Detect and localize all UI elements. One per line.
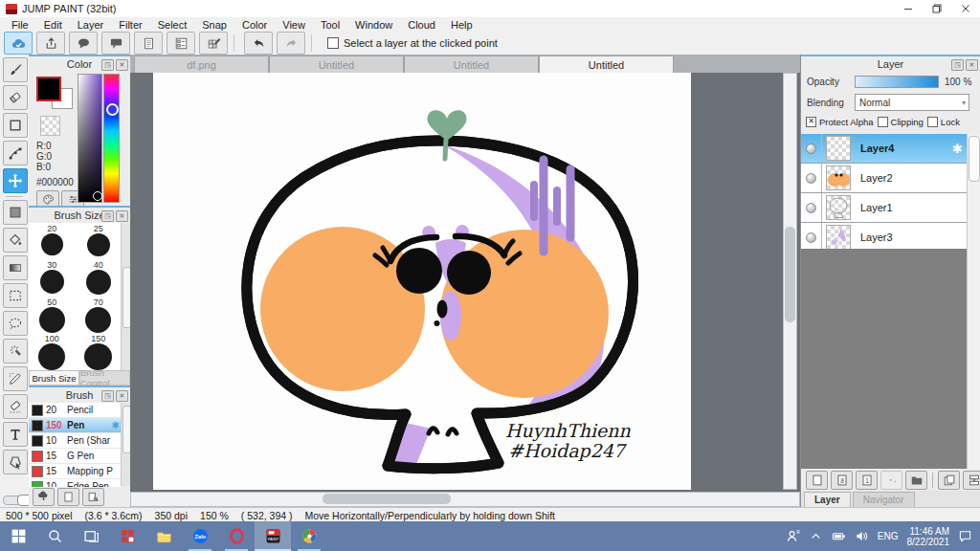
minimize-icon[interactable] [894, 0, 923, 17]
new-doc-icon[interactable] [57, 488, 79, 506]
select-layer-checkbox[interactable] [327, 37, 339, 49]
select-rect-tool[interactable] [3, 283, 28, 308]
popout-icon[interactable]: ◳ [951, 59, 964, 71]
layer-thumbnail[interactable] [826, 136, 851, 161]
language-indicator[interactable]: ENG [878, 531, 899, 541]
opacity-slider[interactable] [855, 76, 939, 88]
comment-icon[interactable] [69, 32, 98, 55]
menu-file[interactable]: File [4, 19, 36, 31]
brush-size-50[interactable]: 50 [29, 298, 76, 334]
menu-view[interactable]: View [275, 19, 313, 31]
brush-size-scrollbar[interactable] [121, 223, 130, 370]
menu-select[interactable]: Select [150, 19, 195, 31]
vertical-scrollbar[interactable] [783, 73, 797, 490]
menu-layer[interactable]: Layer [70, 19, 112, 31]
shape-brush-tool[interactable] [3, 113, 28, 138]
tab-brush-control[interactable]: Brush Control [79, 370, 130, 386]
taskbar-file-explorer-icon[interactable] [145, 521, 182, 551]
visibility-toggle-icon[interactable] [806, 173, 816, 184]
popout-icon[interactable]: ◳ [101, 59, 114, 71]
brush-size-25[interactable]: 25 [76, 224, 122, 260]
brush-item-edge-pen[interactable]: 10Edge Pen [29, 479, 122, 487]
visibility-toggle-icon[interactable] [806, 143, 816, 154]
document-tab-1[interactable]: df.png [134, 55, 269, 74]
sv-indicator[interactable] [93, 191, 102, 201]
document-tab-3[interactable]: Untitled [404, 55, 539, 74]
object-select-tool[interactable] [3, 450, 28, 474]
gradient-tool[interactable] [3, 255, 28, 280]
saturation-value-bar[interactable] [78, 74, 102, 203]
visibility-toggle-icon[interactable] [806, 232, 816, 243]
control-point-tool[interactable] [3, 141, 28, 165]
layer-row-layer2[interactable]: Layer2 [801, 164, 969, 193]
text-tool[interactable] [3, 422, 28, 447]
layer-row-layer4[interactable]: Layer4✱ [801, 134, 969, 164]
magic-wand-tool[interactable] [3, 339, 28, 364]
taskbar-start-icon[interactable] [0, 521, 36, 551]
menu-tool[interactable]: Tool [313, 19, 347, 31]
select-eraser-tool[interactable] [3, 394, 28, 419]
hue-indicator[interactable] [106, 103, 119, 116]
canvas-viewport[interactable]: HuynhThienn #Hoidap247 [130, 73, 800, 492]
layer-thumbnail[interactable] [826, 195, 851, 220]
cloud-sync-icon[interactable] [4, 32, 33, 55]
menu-cloud[interactable]: Cloud [400, 19, 443, 31]
taskbar-opera-icon[interactable] [218, 521, 255, 551]
layer-thumbnail[interactable] [826, 165, 851, 190]
chevron-up-icon[interactable] [809, 529, 823, 543]
brush-size-20[interactable]: 20 [29, 224, 76, 260]
checkbox-clipping[interactable]: Clipping [878, 117, 924, 127]
transparent-color-swatch[interactable] [40, 116, 60, 136]
brush-tool[interactable] [3, 57, 28, 82]
publish-icon[interactable] [36, 32, 65, 55]
tab-brush-size[interactable]: Brush Size [29, 370, 79, 386]
close-icon[interactable]: ✕ [966, 59, 978, 71]
popout-icon[interactable]: ◳ [101, 210, 114, 222]
add-8bit-layer-icon[interactable]: 8 [831, 471, 853, 490]
checkbox-protect-alpha[interactable]: ✕Protect Alpha [806, 117, 874, 127]
battery-icon[interactable] [832, 529, 846, 543]
notification-icon[interactable] [958, 529, 972, 543]
foreground-color-swatch[interactable] [36, 77, 61, 101]
brush-item-mapping-p[interactable]: 15Mapping P [29, 464, 122, 479]
taskbar-medibang-icon[interactable] [291, 521, 327, 551]
hue-bar[interactable] [103, 74, 120, 203]
brush-scrollbar[interactable] [121, 403, 130, 486]
cloud-dl-icon[interactable] [33, 488, 55, 506]
taskbar-zalo-icon[interactable]: Zalo [182, 521, 218, 551]
tab-layer[interactable]: Layer [804, 492, 851, 507]
material-panel-icon[interactable] [167, 32, 195, 55]
menu-help[interactable]: Help [443, 19, 480, 31]
checkbox-icon[interactable]: ✕ [806, 117, 816, 127]
brush-item-g-pen[interactable]: 15G Pen [29, 449, 122, 464]
layer-row-layer1[interactable]: Layer1 [801, 193, 969, 223]
menu-filter[interactable]: Filter [111, 19, 149, 31]
doc-menu-icon[interactable] [82, 488, 104, 506]
checkbox-lock[interactable]: Lock [927, 117, 960, 127]
redo-icon[interactable] [277, 32, 305, 55]
eraser-tool[interactable] [3, 85, 28, 110]
palette-edit-icon[interactable] [199, 32, 228, 55]
document-tab-4[interactable]: Untitled [539, 55, 674, 74]
bucket-tool[interactable] [3, 228, 28, 253]
brush-size-30[interactable]: 30 [29, 260, 76, 297]
blending-select[interactable]: Normal ▾ [855, 94, 969, 111]
taskbar-task-view-icon[interactable] [73, 521, 109, 551]
tab-navigator[interactable]: Navigator [853, 492, 915, 507]
scrollbar-handle[interactable] [969, 136, 980, 182]
taskbar-jump-paint-icon[interactable]: PAINT [255, 521, 291, 551]
brush-size-40[interactable]: 40 [76, 260, 122, 297]
clock[interactable]: 11:46 AM 8/22/2021 [907, 526, 950, 547]
brush-item-pen[interactable]: 150Pen✱ [29, 418, 122, 433]
taskbar-remote-app-icon[interactable] [109, 521, 145, 551]
horizontal-scrollbar[interactable] [130, 492, 800, 507]
document-icon[interactable] [134, 32, 163, 55]
menu-color[interactable]: Color [234, 19, 275, 31]
gear-icon[interactable]: ✱ [112, 420, 120, 430]
brush-item-pencil[interactable]: 20Pencil [29, 403, 122, 418]
people-icon[interactable]: R [786, 529, 800, 543]
brush-size-150[interactable]: 150 [76, 334, 122, 370]
maximize-icon[interactable] [923, 0, 951, 17]
close-icon[interactable]: ✕ [116, 210, 128, 222]
close-icon[interactable] [951, 0, 980, 17]
